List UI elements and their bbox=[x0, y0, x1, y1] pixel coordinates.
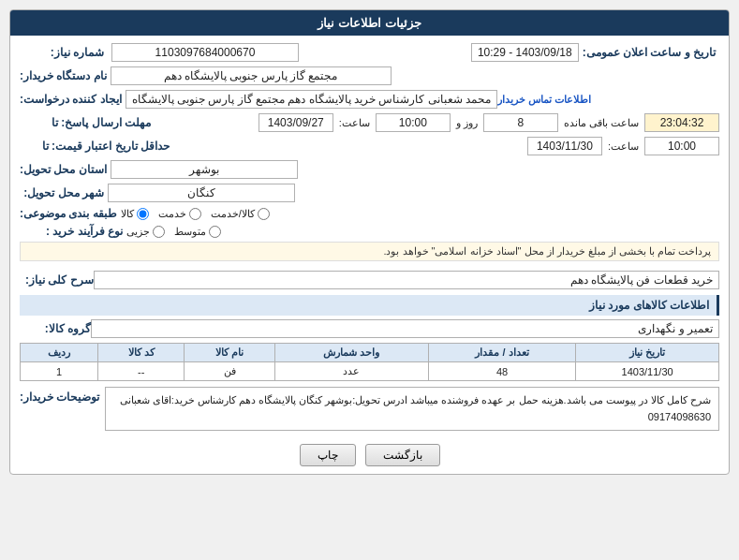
mohlat-date-value: 1403/09/27 bbox=[259, 113, 333, 132]
col-tedad: تعداد / مقدار bbox=[428, 344, 575, 362]
col-nam: نام کالا bbox=[185, 344, 275, 362]
radio-motavaset[interactable]: متوسط bbox=[174, 226, 221, 238]
cell-radif: 1 bbox=[21, 362, 98, 381]
note-text: پرداخت تمام با بخشی از مبلغ خریدار از مح… bbox=[20, 242, 719, 261]
tarikh-saat-label: تاریخ و ساعت اعلان عمومی: bbox=[583, 46, 716, 59]
ijad-label: ایجاد کننده درخواست: bbox=[20, 93, 122, 106]
shomare-niaz-value: 1103097684000670 bbox=[111, 43, 299, 62]
cell-vahed: عدد bbox=[274, 362, 428, 381]
cell-kod: -- bbox=[98, 362, 185, 381]
jadval-date-value: 1403/11/30 bbox=[527, 137, 602, 155]
saat-label: ساعت: bbox=[339, 117, 370, 129]
col-kod: کد کالا bbox=[98, 344, 185, 362]
jadval-saat-value: 10:00 bbox=[644, 137, 719, 155]
cell-tarikh: 1403/11/30 bbox=[576, 362, 719, 381]
rooz-value: 8 bbox=[483, 113, 558, 132]
radio-kala-khedmat[interactable]: کالا/خدمت bbox=[211, 208, 270, 220]
radio-jozi[interactable]: جزیی bbox=[126, 226, 165, 238]
saat-value: 10:00 bbox=[376, 113, 451, 132]
tarikh-saat-value: 1403/09/18 - 10:29 bbox=[471, 43, 579, 62]
tabaghe-radio-group: کالا/خدمت خدمت کالا bbox=[121, 208, 270, 220]
col-vahed: واحد شمارش bbox=[274, 344, 428, 362]
jadval-label: حداقل تاریخ اعتبار قیمت: تا bbox=[20, 140, 170, 153]
description-text: شرح کامل کالا در پیوست می باشد.هزینه حمل… bbox=[105, 387, 719, 431]
radio-khedmat[interactable]: خدمت bbox=[158, 208, 201, 220]
noe-label: نوع فرآیند خرید : bbox=[20, 225, 123, 238]
noe-type-group: متوسط جزیی bbox=[126, 226, 221, 238]
jadval-saat-label: ساعت: bbox=[608, 140, 639, 153]
rooz-label: روز و bbox=[456, 117, 478, 129]
group-kala-value: تعمیر و نگهداری bbox=[91, 319, 719, 338]
group-kala-label: گروه کالا: bbox=[25, 322, 91, 335]
etelaat-kalahe-title: اطلاعات کالاهای مورد نیاز bbox=[20, 295, 719, 316]
ostan-label: استان محل تحویل: bbox=[20, 163, 107, 176]
description-label: توضیحات خریدار: bbox=[20, 391, 99, 404]
buttons-row: بازگشت چاپ bbox=[20, 444, 719, 466]
ijad-info-link[interactable]: اطلاعات تماس خریدار bbox=[497, 94, 591, 106]
col-radif: ردیف bbox=[21, 344, 98, 362]
ijad-value: محمد شعبانی کارشناس خرید پالایشگاه دهم م… bbox=[126, 90, 497, 109]
back-button[interactable]: بازگشت bbox=[365, 444, 440, 466]
shomare-niaz-label: شماره نیاز: bbox=[20, 46, 104, 59]
shahr-label: شهر محل تحویل: bbox=[20, 186, 104, 199]
cell-tedad: 48 bbox=[428, 362, 575, 381]
shahr-value: کنگان bbox=[108, 184, 295, 202]
saat-baghi-label: ساعت باقی مانده bbox=[564, 117, 639, 129]
col-tarikh: تاریخ نیاز bbox=[576, 344, 719, 362]
tabaghe-label: طبقه بندی موضوعی: bbox=[20, 207, 117, 220]
mohlat-label: مهلت ارسال پاسخ: تا bbox=[20, 116, 151, 129]
nam-dastgah-value: مجتمع گاز پارس جنوبی پالایشگاه دهم bbox=[111, 66, 392, 85]
sareh-label: سرح کلی نیاز: bbox=[25, 273, 94, 287]
print-button[interactable]: چاپ bbox=[300, 444, 356, 466]
cell-nam: فن bbox=[185, 362, 275, 381]
table-row: 1403/11/30 48 عدد فن -- 1 bbox=[21, 362, 719, 381]
sareh-value: خرید قطعات فن پالایشگاه دهم bbox=[94, 271, 719, 289]
ostan-value: بوشهر bbox=[111, 160, 298, 179]
items-table: تاریخ نیاز تعداد / مقدار واحد شمارش نام … bbox=[20, 343, 719, 381]
radio-kala[interactable]: کالا bbox=[121, 208, 149, 220]
saat-baghi-value: 23:04:32 bbox=[644, 113, 719, 132]
nam-dastgah-label: نام دستگاه خریدار: bbox=[20, 69, 107, 82]
page-title: جزئیات اطلاعات نیاز bbox=[10, 10, 729, 36]
